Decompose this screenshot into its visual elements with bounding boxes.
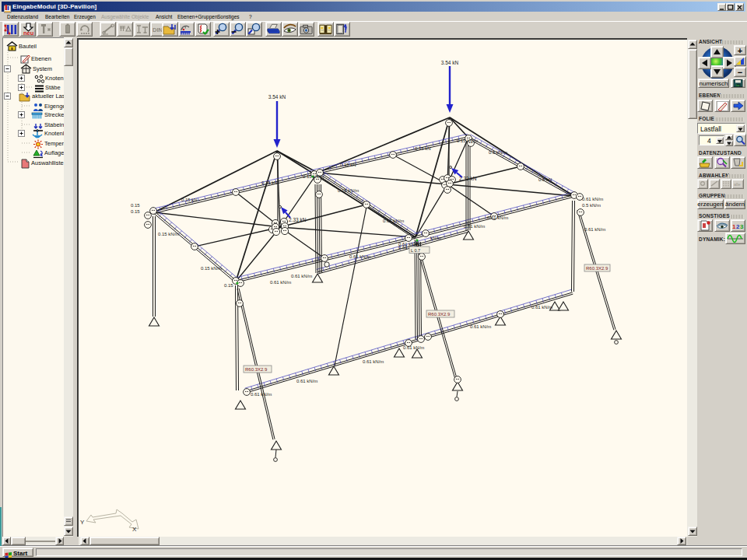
svg-text:0.15 kN/m: 0.15 kN/m: [201, 266, 222, 271]
svg-text:X: X: [132, 526, 137, 533]
svg-text:0.15 kN/m: 0.15 kN/m: [457, 138, 478, 143]
svg-text:0.15: 0.15: [131, 203, 140, 208]
svg-text:kw: kw: [736, 84, 740, 87]
svg-text:0.61 kN/m: 0.61 kN/m: [383, 219, 404, 223]
svg-text:R60.3X2.9: R60.3X2.9: [428, 312, 451, 317]
svg-text:0.61 kN/m: 0.61 kN/m: [531, 305, 552, 310]
svg-text:DIN: DIN: [153, 26, 163, 33]
svg-text:0.15 kN: 0.15 kN: [340, 163, 356, 167]
svg-text:0.61 kN/m: 0.61 kN/m: [584, 227, 605, 232]
svg-text:3: 3: [740, 223, 744, 230]
svg-text:0.61 kN/m: 0.61 kN/m: [582, 197, 603, 201]
svg-text:0.61 kN/m: 0.61 kN/m: [487, 215, 508, 220]
svg-text:0.61 kN/m: 0.61 kN/m: [349, 254, 370, 259]
svg-text:0.5 kN/m: 0.5 kN/m: [582, 203, 601, 208]
svg-text:0.61 kN/m: 0.61 kN/m: [464, 224, 485, 229]
svg-text:0.15 kN: 0.15 kN: [415, 146, 431, 151]
svg-text:0.61 kN/m: 0.61 kN/m: [470, 324, 491, 329]
svg-text:Y: Y: [80, 519, 85, 526]
svg-text:0.61 kN/m: 0.61 kN/m: [251, 392, 272, 397]
svg-text:alle: alle: [734, 182, 741, 187]
svg-text:R60.3X2.9: R60.3X2.9: [586, 266, 608, 271]
svg-text:0.61 kN/m: 0.61 kN/m: [296, 379, 317, 383]
svg-text:kN/m: kN/m: [430, 236, 441, 240]
svg-text:0.15 kN/m: 0.15 kN/m: [158, 232, 179, 236]
svg-text:0.61 kN/m: 0.61 kN/m: [270, 280, 291, 285]
svg-text:0.61 kN/m: 0.61 kN/m: [398, 242, 419, 247]
svg-text:0.15 kN/m: 0.15 kN/m: [338, 188, 359, 193]
svg-text:0.61 kN/m: 0.61 kN/m: [363, 359, 384, 364]
svg-text:0.61 kN/m: 0.61 kN/m: [403, 345, 424, 350]
svg-text:R60.3X2.9: R60.3X2.9: [245, 367, 268, 372]
svg-text:0.15: 0.15: [224, 283, 233, 288]
svg-text:0.15 kN/m: 0.15 kN/m: [303, 174, 324, 179]
svg-text:2.33 kN: 2.33 kN: [459, 176, 477, 181]
svg-text:L 0.7: L 0.7: [411, 248, 420, 253]
svg-text:3.54 kN: 3.54 kN: [268, 94, 286, 100]
svg-text:0.15: 0.15: [131, 209, 140, 214]
svg-text:3.54 kN: 3.54 kN: [441, 60, 459, 65]
svg-text:0.5 kN: 0.5 kN: [538, 177, 552, 182]
svg-text:0.15 kN: 0.15 kN: [261, 180, 278, 185]
svg-text:0.5 kN/m: 0.5 kN/m: [489, 150, 507, 155]
svg-text:0.61 kN/m: 0.61 kN/m: [291, 274, 312, 278]
svg-text:2.33 kN: 2.33 kN: [289, 217, 307, 222]
svg-text:0.15 kN: 0.15 kN: [181, 198, 198, 202]
